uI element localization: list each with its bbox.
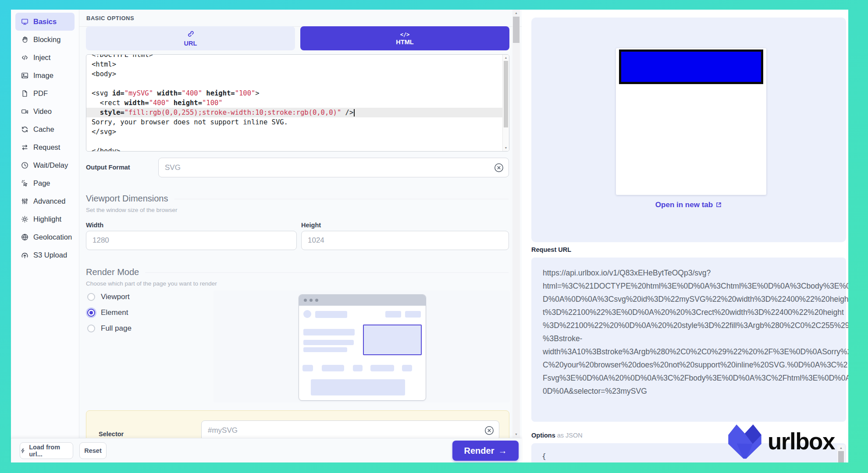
code-icon — [21, 54, 28, 61]
sidebar-item-label: Basics — [33, 18, 57, 26]
sidebar: Basics Blocking Inject Image PDF Video C… — [11, 10, 79, 462]
viewport-dimensions-sub: Set the window size of the browser — [86, 207, 178, 213]
sidebar-item-blocking[interactable]: Blocking — [15, 31, 75, 49]
height-label: Height — [301, 222, 321, 229]
browser-mockup — [299, 294, 426, 401]
clear-icon[interactable] — [484, 426, 494, 435]
tab-url-label: URL — [184, 40, 197, 47]
sidebar-item-pdf[interactable]: PDF — [15, 85, 75, 102]
mockup-block — [303, 347, 347, 352]
radio-icon[interactable] — [87, 293, 95, 301]
video-camera-icon — [21, 108, 28, 115]
scrollbar-thumb[interactable] — [513, 17, 519, 43]
code-icon: </> — [400, 32, 410, 38]
options-scrollbar[interactable]: ▲ — [837, 445, 845, 462]
height-field[interactable]: 1024 — [301, 231, 509, 250]
mockup-body — [299, 306, 426, 401]
output-format-input[interactable]: SVG — [158, 158, 509, 177]
request-url-line: %3Bstroke- — [543, 332, 835, 345]
monitor-icon — [21, 18, 28, 25]
panel-title: BASIC OPTIONS — [86, 15, 134, 21]
sidebar-item-label: Video — [33, 107, 52, 116]
panel-header: BASIC OPTIONS — [79, 10, 522, 27]
preview-card: Open in new tab — [531, 18, 846, 242]
output-format-label: Output Format — [86, 164, 130, 171]
code-content: <!DOCTYPE html> <html> <body> <svg id="m… — [86, 54, 509, 152]
options-panel: BASIC OPTIONS URL </> HTML <!DOCTYPE htm… — [79, 10, 522, 462]
scroll-down-icon[interactable]: ▼ — [503, 145, 509, 151]
sidebar-item-wait-delay[interactable]: Wait/Delay — [15, 156, 75, 174]
mockup-avatar — [303, 310, 311, 318]
mockup-block — [315, 311, 347, 318]
request-url-line: %3D%22100%22%20%0D%0A%20%20style%3D%22fi… — [543, 319, 835, 332]
selector-value: #mySVG — [208, 426, 238, 435]
scroll-up-icon[interactable]: ▲ — [837, 445, 845, 451]
radio-element[interactable]: Element — [87, 308, 128, 317]
viewport-dimensions-heading: Viewport Dimensions — [86, 194, 509, 204]
request-url-box[interactable]: https://api.urlbox.io/v1/Q83xEHeBytTeOQp… — [531, 258, 846, 422]
html-code-editor[interactable]: <!DOCTYPE html> <html> <body> <svg id="m… — [86, 54, 509, 152]
urlbox-wordmark: urlbox — [768, 428, 835, 455]
mockup-block — [405, 311, 421, 318]
request-url-line: 0D%0A&selector=%23mySVG — [543, 385, 835, 398]
mockup-block — [353, 365, 363, 371]
scrollbar-thumb[interactable] — [504, 61, 508, 127]
render-button[interactable]: Render → — [452, 441, 519, 461]
scroll-up-icon[interactable]: ▲ — [503, 55, 509, 60]
open-in-new-tab-link[interactable]: Open in new tab — [531, 201, 846, 209]
editor-scrollbar[interactable]: ▲ ▼ — [502, 55, 509, 151]
footer-bar: Load from url... Reset Render → — [11, 438, 522, 462]
divider — [145, 272, 509, 273]
sidebar-item-inject[interactable]: Inject — [15, 49, 75, 67]
load-from-url-button[interactable]: Load from url... — [20, 442, 73, 459]
mockup-titlebar — [299, 295, 426, 306]
radio-icon[interactable] — [87, 325, 95, 332]
sidebar-item-highlight[interactable]: Highlight — [15, 210, 75, 228]
sidebar-item-basics[interactable]: Basics — [15, 13, 75, 31]
upload-icon — [21, 251, 28, 259]
sidebar-item-video[interactable]: Video — [15, 102, 75, 120]
scrollbar-thumb[interactable] — [838, 451, 844, 462]
arrow-right-icon: → — [498, 446, 507, 456]
sidebar-item-geolocation[interactable]: Geolocation — [15, 228, 75, 246]
reset-button[interactable]: Reset — [79, 442, 107, 459]
sidebar-item-image[interactable]: Image — [15, 67, 75, 85]
sidebar-item-label: Geolocation — [33, 233, 72, 241]
sidebar-item-label: Page — [33, 179, 50, 187]
tab-html[interactable]: </> HTML — [300, 26, 509, 50]
sidebar-item-label: PDF — [33, 89, 48, 98]
sidebar-item-label: Image — [33, 71, 53, 80]
code-line: <body> — [92, 69, 509, 79]
radio-viewport[interactable]: Viewport — [87, 293, 130, 301]
sidebar-item-label: S3 Upload — [33, 251, 67, 259]
request-url-line: Fsvg%3E%0D%0A%20%0D%0A%3C%2Fbody%3E%0D%0… — [543, 371, 835, 385]
sidebar-item-request[interactable]: Request — [15, 138, 75, 156]
mockup-footer-block — [311, 379, 405, 395]
options-json-label: Optionsas JSON — [531, 432, 583, 439]
code-line: <svg id="mySVG" width="400" height="100"… — [92, 88, 509, 98]
mockup-block — [303, 329, 355, 335]
sidebar-item-label: Request — [33, 143, 60, 152]
request-url-line: https://api.urlbox.io/v1/Q83xEHeBytTeOQp… — [543, 266, 835, 279]
rendered-svg-rect — [619, 49, 763, 84]
scroll-up-icon[interactable]: ▲ — [512, 11, 520, 16]
sidebar-item-advanced[interactable]: Advanced — [15, 192, 75, 210]
code-line: <html> — [92, 60, 509, 69]
main-scrollbar[interactable]: ▲ ▼ — [512, 10, 520, 438]
request-url-line: width%3A10%3Bstroke%3Argb%280%2C0%2C0%29… — [543, 345, 835, 358]
sidebar-item-cache[interactable]: Cache — [15, 120, 75, 138]
lightning-icon — [20, 448, 26, 454]
sidebar-item-s3-upload[interactable]: S3 Upload — [15, 246, 75, 264]
scroll-down-icon[interactable]: ▼ — [512, 432, 520, 437]
width-field[interactable]: 1280 — [86, 231, 297, 250]
render-mode-sub: Choose which part of the page you want t… — [86, 280, 217, 287]
radio-selected-icon[interactable] — [87, 309, 95, 317]
radio-full-page[interactable]: Full page — [87, 324, 132, 333]
clear-icon[interactable] — [494, 163, 504, 173]
tab-url[interactable]: URL — [86, 26, 295, 50]
sidebar-item-page[interactable]: Page — [15, 174, 75, 192]
external-link-icon — [715, 201, 722, 208]
mockup-block — [303, 340, 354, 345]
urlbox-logomark-icon — [727, 422, 763, 460]
sidebar-item-label: Advanced — [33, 197, 65, 205]
